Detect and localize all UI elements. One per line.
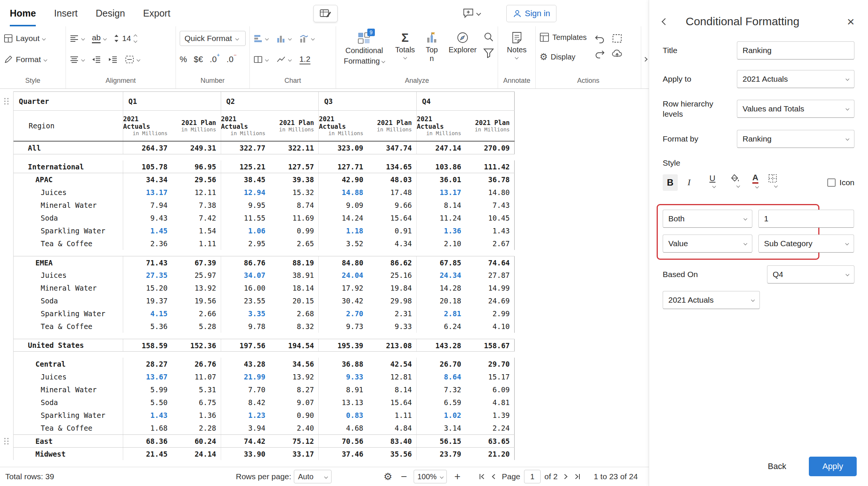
data-cell[interactable]: 5.36 xyxy=(123,320,172,333)
data-cell[interactable]: 9.09 xyxy=(319,199,368,212)
back-button[interactable]: Back xyxy=(755,457,799,476)
explorer-button[interactable]: Explorer xyxy=(445,31,480,55)
data-cell[interactable]: 6.59 xyxy=(417,396,466,409)
data-cell[interactable]: 20.18 xyxy=(417,294,466,307)
data-cell[interactable]: 2.65 xyxy=(270,237,319,250)
data-cell[interactable]: 1.68 xyxy=(123,422,172,434)
data-cell[interactable]: 29.70 xyxy=(466,358,515,370)
row-label[interactable]: Sparkling Water xyxy=(14,224,123,237)
data-cell[interactable]: 2.31 xyxy=(368,307,417,320)
data-cell[interactable]: 68.36 xyxy=(123,435,172,447)
row-label[interactable]: Sparkling Water xyxy=(14,307,123,320)
data-cell[interactable]: 15.32 xyxy=(270,186,319,199)
data-cell[interactable]: 8.27 xyxy=(270,383,319,396)
data-cell[interactable]: 5.50 xyxy=(123,396,172,409)
data-cell[interactable]: 7.94 xyxy=(123,199,172,212)
data-cell[interactable]: 127.71 xyxy=(319,160,368,173)
decimal-places-button[interactable]: 1.2 xyxy=(300,52,310,67)
data-cell[interactable]: 1.36 xyxy=(417,224,466,237)
data-cell[interactable]: 105.78 xyxy=(123,160,172,173)
data-cell[interactable]: 6.75 xyxy=(172,396,221,409)
data-cell[interactable]: 13.17 xyxy=(417,186,466,199)
data-cell[interactable]: 7.42 xyxy=(172,212,221,224)
format-button[interactable]: Format xyxy=(4,52,62,67)
data-cell[interactable]: 2.24 xyxy=(466,422,515,434)
data-cell[interactable]: 29.56 xyxy=(172,173,221,186)
measure-header[interactable]: 2021 Actualsin Millions xyxy=(123,111,172,141)
data-cell[interactable]: 11.55 xyxy=(221,212,270,224)
data-cell[interactable]: 158.67 xyxy=(466,339,515,351)
measure-dropdown[interactable]: 2021 Actuals xyxy=(663,291,760,309)
data-cell[interactable]: 38.45 xyxy=(221,173,270,186)
data-cell[interactable]: 4.68 xyxy=(319,422,368,434)
data-cell[interactable]: 27.35 xyxy=(123,269,172,282)
ribbon-expand-button[interactable] xyxy=(641,26,649,88)
data-cell[interactable]: 14.80 xyxy=(466,186,515,199)
data-cell[interactable]: 127.57 xyxy=(270,160,319,173)
filter-icon[interactable] xyxy=(483,48,494,58)
data-cell[interactable]: 6.09 xyxy=(466,383,515,396)
data-cell[interactable]: 11.69 xyxy=(270,212,319,224)
data-cell[interactable]: 1.36 xyxy=(172,409,221,422)
zoom-in-button[interactable]: + xyxy=(454,471,460,482)
last-page-button[interactable] xyxy=(573,472,582,481)
data-cell[interactable]: 34.34 xyxy=(123,173,172,186)
measure-header[interactable]: 2021 Actualsin Millions xyxy=(319,111,368,141)
chevron-up-icon[interactable] xyxy=(133,34,137,38)
row-label[interactable]: EMEA xyxy=(14,256,123,269)
data-cell[interactable]: 8.64 xyxy=(417,370,466,383)
data-cell[interactable]: 7.43 xyxy=(466,199,515,212)
search-icon[interactable] xyxy=(483,32,494,42)
quarter-header[interactable]: Q2 xyxy=(221,92,319,110)
quarter-header[interactable]: Q1 xyxy=(123,92,221,110)
data-cell[interactable]: 158.59 xyxy=(123,339,172,351)
data-cell[interactable]: 36.01 xyxy=(417,173,466,186)
data-cell[interactable]: 26.70 xyxy=(417,358,466,370)
data-cell[interactable]: 96.95 xyxy=(172,160,221,173)
previous-page-button[interactable] xyxy=(490,472,498,481)
decrease-decimal-button[interactable]: .0− xyxy=(226,54,237,64)
data-cell[interactable]: 24.04 xyxy=(319,269,368,282)
data-cell[interactable]: 21.45 xyxy=(123,448,172,460)
data-cell[interactable]: 56.15 xyxy=(417,435,466,447)
data-cell[interactable]: 12.11 xyxy=(172,186,221,199)
data-cell[interactable]: 2.66 xyxy=(172,307,221,320)
data-cell[interactable]: 83.40 xyxy=(368,435,417,447)
percent-format-button[interactable]: % xyxy=(180,55,187,64)
row-label[interactable]: Juices xyxy=(14,370,123,383)
tab-insert[interactable]: Insert xyxy=(54,0,78,26)
undo-icon[interactable] xyxy=(591,31,608,46)
zoom-out-button[interactable]: − xyxy=(401,471,407,482)
measure-header[interactable]: 2021 Planin Millions xyxy=(466,111,515,141)
first-page-button[interactable] xyxy=(478,472,486,481)
data-cell[interactable]: 9.66 xyxy=(368,199,417,212)
data-cell[interactable]: 30.42 xyxy=(319,294,368,307)
underline-button[interactable]: U xyxy=(700,174,715,191)
data-cell[interactable]: 0.90 xyxy=(270,409,319,422)
totals-button[interactable]: Σ Totals xyxy=(391,31,419,59)
combo-chart-button[interactable] xyxy=(300,31,314,46)
data-cell[interactable]: 9.43 xyxy=(123,212,172,224)
row-label[interactable]: Juices xyxy=(14,269,123,282)
selection-marquee-icon[interactable] xyxy=(608,31,626,46)
rank-count-input[interactable] xyxy=(758,210,854,228)
data-cell[interactable]: 27.87 xyxy=(466,269,515,282)
currency-format-button[interactable]: $€ xyxy=(194,55,203,64)
drag-handle-icon[interactable] xyxy=(3,97,9,105)
data-cell[interactable]: 9.78 xyxy=(221,320,270,333)
data-cell[interactable]: 7.70 xyxy=(221,383,270,396)
data-cell[interactable]: 9.95 xyxy=(221,199,270,212)
horizontal-align-button[interactable] xyxy=(70,31,84,46)
apply-to-dropdown[interactable]: 2021 Actuals xyxy=(737,70,854,88)
row-label[interactable]: Juices xyxy=(14,186,123,199)
tab-export[interactable]: Export xyxy=(143,0,170,26)
icon-checkbox[interactable] xyxy=(827,178,836,187)
data-cell[interactable]: 4.34 xyxy=(368,237,417,250)
data-cell[interactable]: 4.15 xyxy=(123,307,172,320)
data-cell[interactable]: 74.42 xyxy=(221,435,270,447)
bar-chart-button[interactable] xyxy=(254,31,268,46)
data-cell[interactable]: 2.68 xyxy=(270,307,319,320)
fill-color-button[interactable] xyxy=(724,174,740,191)
data-cell[interactable]: 270.09 xyxy=(466,142,515,154)
increase-indent-button[interactable] xyxy=(108,52,118,67)
